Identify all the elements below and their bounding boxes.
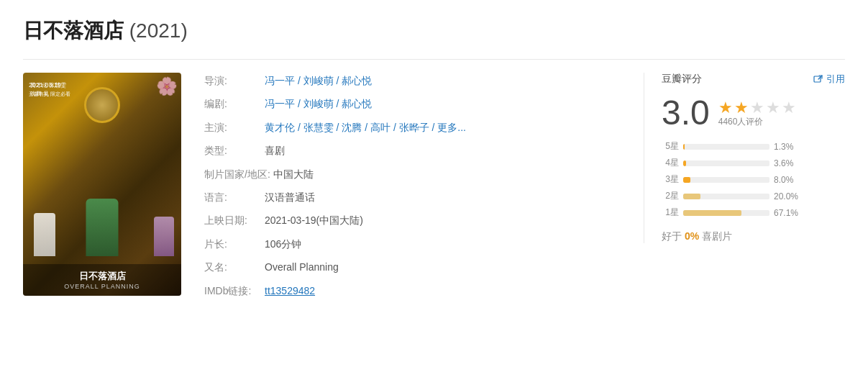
movie-year: (2021) [129,19,188,42]
stars-row: ★★★★★ [718,99,796,113]
country-row: 制片国家/地区: 中国大陆 [204,166,621,182]
bar-track [683,210,769,216]
page-container: 日不落酒店 (2021) 🌸 黄才伦 张慧雯 沈腾 吴 2021.03.19 开… [0,0,868,323]
rating-title: 豆瓣评分 [662,73,702,86]
star-empty: ★ [766,99,780,113]
rating-count: 4460人评价 [718,116,796,128]
poster-title-en: OVERALL PLANNING [29,283,175,290]
rating-bars: 5星1.3%4星3.6%3星8.0%2星20.0%1星67.1% [662,140,845,219]
poster-figure-right [154,217,174,256]
bar-fill [683,144,685,150]
bar-star-label: 4星 [662,157,679,169]
bar-star-label: 1星 [662,207,679,219]
poster-figure-left [34,213,55,256]
star-empty: ★ [782,99,796,113]
star-filled: ★ [734,99,749,113]
duration-value: 106分钟 [265,236,301,252]
aka-value: Overall Planning [265,259,339,275]
writer-row: 编剧: 冯一平 / 刘峻萌 / 郝心悦 [204,96,621,112]
genre-value: 喜剧 [265,142,285,158]
language-row: 语言: 汉语普通话 [204,189,621,205]
svg-rect-0 [814,76,821,82]
bar-row: 3星8.0% [662,173,845,186]
country-label: 制片国家/地区: [204,166,270,182]
imdb-label: IMDb链接: [204,283,262,299]
writer-label: 编剧: [204,96,262,112]
title-divider [23,59,845,60]
imdb-row: IMDb链接: tt13529482 [204,283,621,299]
rating-header: 豆瓣评分 引用 [662,73,845,86]
star-filled: ★ [718,99,733,113]
title-row: 日不落酒店 (2021) [23,17,845,45]
info-area: 导演: 冯一平 / 刘峻萌 / 郝心悦 编剧: 冯一平 / 刘峻萌 / 郝心悦 … [204,73,621,306]
release-label: 上映日期: [204,212,262,228]
director-value: 冯一平 / 刘峻萌 / 郝心悦 [265,73,372,89]
better-than-genre: 喜剧片 [702,230,732,242]
aka-row: 又名: Overall Planning [204,259,621,275]
poster-release-date: 2021.03.19 开幕有礼 限定必看 [29,81,70,98]
bar-percent: 3.6% [774,158,800,168]
cast-value: 黄才伦 / 张慧雯 / 沈腾 / 高叶 / 张晔子 / 更多... [265,119,466,135]
score-number: 3.0 [662,96,710,130]
bar-star-label: 5星 [662,140,679,153]
imdb-link[interactable]: tt13529482 [265,283,315,299]
rating-panel: 豆瓣评分 引用 3.0 ★★★★★ 4460人评价 [644,73,845,243]
better-than-pct: 0% [685,230,699,242]
bar-fill [683,194,700,199]
genre-label: 类型: [204,142,262,158]
stars-and-count: ★★★★★ 4460人评价 [718,99,796,128]
bar-fill [683,160,686,166]
bar-percent: 8.0% [774,175,800,185]
country-value: 中国大陆 [273,166,314,182]
poster-title-overlay: 日不落酒店 OVERALL PLANNING [23,264,181,296]
writer-value: 冯一平 / 刘峻萌 / 郝心悦 [265,96,372,112]
cast-label: 主演: [204,119,262,135]
bar-percent: 20.0% [774,191,800,201]
bar-star-label: 2星 [662,190,679,202]
genre-row: 类型: 喜剧 [204,142,621,158]
director-label: 导演: [204,73,262,89]
poster-title-cn: 日不落酒店 [29,270,175,283]
release-value: 2021-03-19(中国大陆) [265,212,363,228]
bar-track [683,144,769,150]
bar-fill [683,177,690,183]
bar-track [683,160,769,166]
language-label: 语言: [204,189,262,205]
cite-icon [813,74,823,84]
cast-row: 主演: 黄才伦 / 张慧雯 / 沈腾 / 高叶 / 张晔子 / 更多... [204,119,621,135]
better-than: 好于 0% 喜剧片 [662,230,845,243]
rating-score-row: 3.0 ★★★★★ 4460人评价 [662,96,845,130]
movie-title-cn: 日不落酒店 [23,19,124,42]
bar-star-label: 3星 [662,173,679,186]
bar-track [683,177,769,183]
bar-row: 2星20.0% [662,190,845,202]
bar-row: 1星67.1% [662,207,845,219]
director-row: 导演: 冯一平 / 刘峻萌 / 郝心悦 [204,73,621,89]
bar-percent: 1.3% [774,142,800,152]
bar-fill [683,210,741,216]
poster-clock-decoration [84,87,120,123]
poster-figure-center [86,199,119,256]
aka-label: 又名: [204,259,262,275]
movie-poster: 🌸 黄才伦 张慧雯 沈腾 吴 2021.03.19 开幕有礼 限定必看 日不落酒… [23,73,181,296]
star-empty: ★ [750,99,764,113]
page-title: 日不落酒店 (2021) [23,17,845,45]
language-value: 汉语普通话 [265,189,315,205]
duration-label: 片长: [204,236,262,252]
cite-button[interactable]: 引用 [813,73,845,86]
release-row: 上映日期: 2021-03-19(中国大陆) [204,212,621,228]
bar-row: 5星1.3% [662,140,845,153]
cite-label: 引用 [826,73,845,86]
duration-row: 片长: 106分钟 [204,236,621,252]
bar-row: 4星3.6% [662,157,845,169]
bar-track [683,194,769,199]
bar-percent: 67.1% [774,208,800,218]
content-area: 🌸 黄才伦 张慧雯 沈腾 吴 2021.03.19 开幕有礼 限定必看 日不落酒… [23,73,845,306]
poster-flowers: 🌸 [156,76,178,96]
